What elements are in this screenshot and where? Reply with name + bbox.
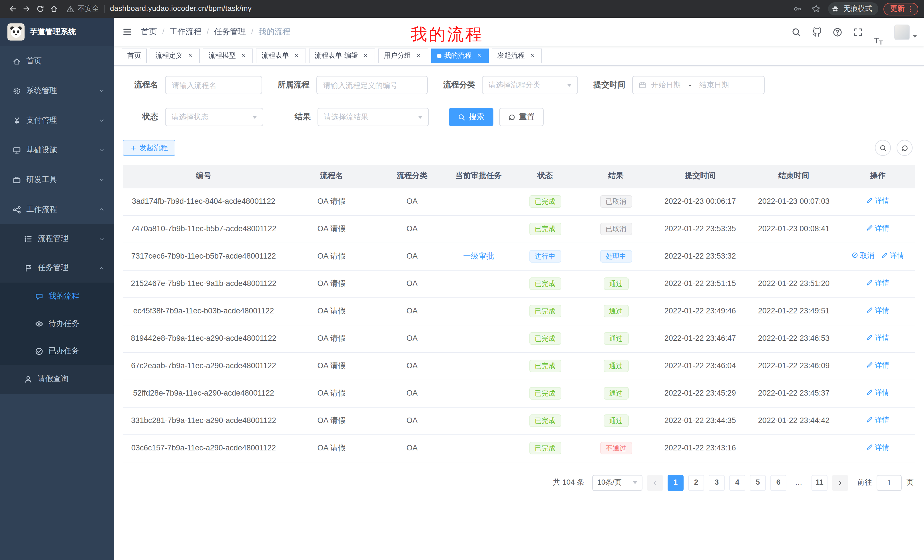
user-avatar[interactable] — [894, 24, 917, 40]
sidebar-item[interactable]: 首页 — [0, 46, 114, 76]
result-tag: 不通过 — [600, 442, 632, 454]
toggle-search-button[interactable] — [875, 140, 891, 156]
browser-update-menu-button[interactable]: 更新 — [884, 3, 918, 15]
detail-action-link[interactable]: 详情 — [866, 443, 889, 453]
status-select[interactable]: 请选择状态 — [165, 108, 263, 126]
fullscreen-icon[interactable] — [848, 18, 868, 46]
cell-end-time: 2022-01-22 23:45:37 — [747, 380, 841, 407]
search-button[interactable]: 搜索 — [449, 108, 494, 126]
tab[interactable]: 用户分组× — [378, 48, 428, 63]
page-size-select[interactable]: 10条/页 — [592, 475, 642, 491]
sidebar-item[interactable]: 支付管理 — [0, 106, 114, 135]
tab-close-icon[interactable]: × — [186, 52, 194, 60]
process-name-input[interactable] — [165, 76, 262, 94]
chevron-down-icon — [98, 177, 105, 183]
tab-label: 我的流程 — [444, 51, 472, 60]
font-size-icon[interactable]: TT — [868, 18, 889, 46]
tab-close-icon[interactable]: × — [239, 52, 247, 60]
action-label: 详情 — [875, 197, 889, 206]
breadcrumb-item[interactable]: 任务管理 — [214, 27, 246, 37]
key-icon[interactable] — [790, 2, 804, 16]
github-icon[interactable] — [806, 18, 827, 46]
search-icon[interactable] — [786, 18, 806, 46]
detail-action-link[interactable]: 详情 — [866, 197, 889, 206]
tab-close-icon[interactable]: × — [292, 52, 300, 60]
hamburger-icon[interactable] — [114, 18, 141, 46]
cell-submit-time: 2022-01-22 23:53:32 — [653, 243, 747, 270]
page-number-button[interactable]: 3 — [709, 475, 725, 491]
detail-action-link[interactable]: 详情 — [866, 361, 889, 370]
category-select[interactable]: 请选择流程分类 — [482, 76, 578, 94]
incognito-profile-chip[interactable]: 无痕模式 — [828, 2, 878, 15]
sidebar-item[interactable]: 系统管理 — [0, 76, 114, 106]
breadcrumb-item[interactable]: 首页 — [141, 27, 157, 37]
sidebar-item[interactable]: 流程管理 — [0, 225, 114, 253]
home-icon[interactable] — [47, 2, 60, 16]
detail-action-link[interactable]: 详情 — [866, 416, 889, 425]
bookmark-star-icon[interactable] — [809, 2, 823, 16]
breadcrumb-item[interactable]: 工作流程 — [170, 27, 202, 37]
tab[interactable]: 流程定义× — [150, 48, 200, 63]
page-number-button[interactable]: 11 — [812, 475, 828, 491]
back-icon[interactable] — [6, 2, 20, 16]
tab-close-icon[interactable]: × — [415, 52, 423, 60]
create-process-button[interactable]: 发起流程 — [123, 140, 176, 156]
app-logo[interactable]: 芋道管理系统 — [0, 18, 114, 46]
tab[interactable]: 发起流程× — [492, 48, 542, 63]
date-range-picker[interactable]: 开始日期 - 结束日期 — [632, 76, 765, 94]
page-number-button[interactable]: 5 — [750, 475, 766, 491]
reset-button[interactable]: 重置 — [499, 108, 544, 126]
detail-action-link[interactable]: 详情 — [866, 279, 889, 288]
help-icon[interactable] — [827, 18, 848, 46]
address-bar[interactable]: 不安全 dashboard.yudao.iocoder.cn/bpm/task/… — [66, 4, 790, 14]
detail-action-link[interactable]: 详情 — [866, 306, 889, 316]
page-number-button[interactable]: 6 — [770, 475, 786, 491]
cell-status: 已完成 — [512, 325, 579, 352]
sidebar-item[interactable]: 工作流程 — [0, 195, 114, 225]
tab[interactable]: 流程表单-编辑× — [309, 48, 375, 63]
page-content: 流程名 所属流程 流程分类 请选择流程分类 — [114, 66, 924, 560]
sidebar-item[interactable]: 任务管理 — [0, 253, 114, 283]
detail-action-link[interactable]: 详情 — [866, 334, 889, 343]
tab[interactable]: 我的流程× — [431, 48, 489, 63]
more-pages-button[interactable]: … — [791, 475, 807, 491]
status-tag: 已完成 — [529, 359, 561, 372]
tab-close-icon[interactable]: × — [362, 52, 369, 60]
page-number-button[interactable]: 2 — [688, 475, 704, 491]
sidebar-item[interactable]: 基础设施 — [0, 135, 114, 165]
forward-icon[interactable] — [20, 2, 33, 16]
tab[interactable]: 首页 — [122, 48, 147, 63]
cancel-action-link[interactable]: 取消 — [852, 252, 874, 261]
reload-icon[interactable] — [33, 2, 47, 16]
result-select[interactable]: 请选择流结果 — [318, 108, 429, 126]
next-page-button[interactable] — [832, 475, 848, 491]
prev-page-button[interactable] — [647, 475, 663, 491]
refresh-table-button[interactable] — [897, 140, 913, 156]
page-number-button[interactable]: 4 — [729, 475, 745, 491]
cell-result: 处理中 — [579, 243, 653, 270]
status-tag: 已完成 — [529, 387, 561, 400]
tab[interactable]: 流程模型× — [203, 48, 253, 63]
cell-name: OA 请假 — [284, 188, 379, 215]
page-number-button[interactable]: 1 — [668, 475, 684, 491]
cell-name: OA 请假 — [284, 434, 379, 462]
detail-action-link[interactable]: 详情 — [866, 388, 889, 398]
tab-close-icon[interactable]: × — [475, 52, 483, 60]
sidebar-item[interactable]: 请假查询 — [0, 365, 114, 394]
cell-submit-time: 2022-01-22 23:53:35 — [653, 215, 747, 243]
sidebar-item[interactable]: 已办任务 — [0, 337, 114, 365]
warning-icon — [66, 4, 75, 13]
sidebar-item[interactable]: 研发工具 — [0, 165, 114, 195]
goto-page-input[interactable] — [877, 475, 902, 491]
detail-action-link[interactable]: 详情 — [881, 252, 904, 261]
cell-name: OA 请假 — [284, 325, 379, 352]
cell-status: 已完成 — [512, 188, 579, 215]
detail-action-link[interactable]: 详情 — [866, 224, 889, 234]
sidebar-item[interactable]: 待办任务 — [0, 310, 114, 337]
task-link[interactable]: 一级审批 — [463, 252, 494, 260]
sidebar-item[interactable]: 我的流程 — [0, 283, 114, 310]
process-id-input[interactable] — [316, 76, 428, 94]
breadcrumb-item: 我的流程 — [258, 27, 290, 37]
tab-close-icon[interactable]: × — [528, 52, 536, 60]
tab[interactable]: 流程表单× — [256, 48, 306, 63]
